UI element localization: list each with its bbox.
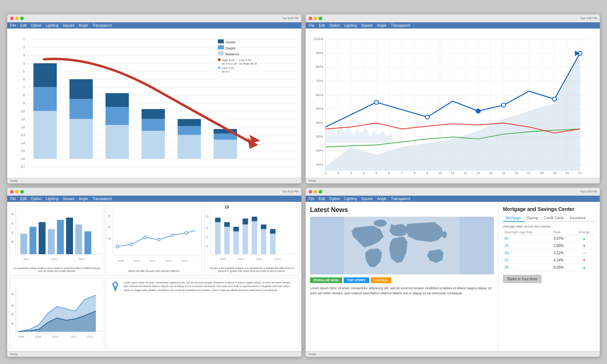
- menu-square-2[interactable]: Square: [361, 23, 373, 27]
- minimize-button-3[interactable]: [15, 190, 19, 194]
- maximize-button-1[interactable]: [20, 17, 24, 20]
- svg-text:Balance: Balance: [225, 52, 239, 56]
- mini-chart-bars-1: 400 300 200 100 2011 2012: [9, 204, 104, 276]
- svg-rect-182: [233, 227, 239, 231]
- svg-rect-50: [214, 134, 237, 140]
- menu-edit-4[interactable]: Edit: [319, 197, 325, 201]
- menu-angle-1[interactable]: Angle: [79, 23, 88, 27]
- menubar-4: File Edit Option Lighting Square Angle T…: [306, 196, 600, 202]
- rates-in-your-area-button[interactable]: Rates in Your Area: [503, 275, 542, 283]
- menubar-2: File Edit Option Lighting Square Angle T…: [306, 22, 600, 29]
- menu-option-3[interactable]: Option: [31, 197, 41, 201]
- svg-text:2011: 2011: [23, 257, 30, 261]
- mini-chart-bars-2: 400 300 200 100: [204, 204, 299, 276]
- maximize-button-3[interactable]: [20, 190, 24, 194]
- svg-text:2010: 2010: [220, 257, 226, 261]
- menu-square-3[interactable]: Square: [63, 197, 74, 201]
- menu-file-1[interactable]: File: [10, 23, 16, 27]
- svg-point-163: [158, 238, 160, 241]
- tab-locals[interactable]: LOCALS: [371, 277, 391, 283]
- svg-rect-47: [178, 126, 201, 135]
- menu-edit-2[interactable]: Edit: [319, 23, 325, 27]
- mortgage-tab-saving[interactable]: Saving: [524, 215, 541, 222]
- svg-text:20: 20: [565, 171, 569, 175]
- menu-option-1[interactable]: Option: [31, 23, 41, 27]
- svg-rect-178: [215, 218, 220, 222]
- mortgage-tab-mortgage[interactable]: Mortgage: [503, 215, 524, 222]
- minimize-button-2[interactable]: [314, 17, 317, 20]
- menu-lighting-4[interactable]: Lighting: [344, 197, 357, 201]
- mortgage-tab-insurance[interactable]: Insurance: [567, 215, 589, 222]
- menu-lighting-1[interactable]: Lighting: [46, 23, 59, 27]
- minimize-button-1[interactable]: [15, 17, 19, 20]
- svg-text:200: 200: [108, 225, 111, 229]
- svg-text:High 8.48: High 8.48: [222, 58, 235, 62]
- svg-text:2008: 2008: [118, 259, 124, 263]
- menu-lighting-3[interactable]: Lighting: [46, 197, 59, 201]
- minimize-button-4[interactable]: [314, 190, 317, 194]
- bar-chart-svg: 1 2 3 4 5 6 7 8 9 10 11 12 13 14 15 16 1…: [10, 31, 298, 175]
- svg-rect-179: [224, 227, 229, 254]
- menu-transparent-1[interactable]: Transparent: [92, 23, 112, 27]
- menu-angle-4[interactable]: Angle: [377, 197, 387, 201]
- rate-value-cell: 4.14%: [552, 257, 573, 264]
- rate-value-cell: 3.07%: [552, 235, 573, 242]
- close-button-3[interactable]: [10, 190, 14, 194]
- rate-change-cell: ▲: [573, 264, 595, 271]
- menu-file-3[interactable]: File: [10, 197, 16, 201]
- titlebar-right-2: Tue 4:52 PM: [580, 17, 597, 20]
- close-button-2[interactable]: [309, 17, 312, 20]
- menu-file-2[interactable]: File: [309, 23, 314, 27]
- svg-text:13: 13: [476, 171, 480, 175]
- svg-rect-146: [39, 222, 46, 254]
- rate-value-cell: 5.05%: [552, 264, 573, 271]
- svg-rect-187: [261, 229, 266, 254]
- maximize-button-4[interactable]: [319, 190, 322, 194]
- svg-text:50%: 50%: [316, 107, 323, 111]
- svg-text:90%: 90%: [316, 51, 323, 55]
- menu-edit-1[interactable]: Edit: [20, 23, 26, 27]
- maximize-button-2[interactable]: [319, 17, 322, 20]
- menu-square-4[interactable]: Square: [361, 197, 373, 201]
- svg-text:100: 100: [108, 237, 111, 240]
- mini-chart-note-1: An experiment usually results in some me…: [11, 266, 103, 274]
- svg-point-112: [476, 109, 481, 113]
- menu-transparent-2[interactable]: Transparent: [391, 23, 410, 27]
- close-button-1[interactable]: [10, 17, 14, 20]
- svg-text:20%: 20%: [316, 148, 323, 152]
- menu-square-1[interactable]: Square: [63, 23, 74, 27]
- svg-text:8: 8: [414, 171, 416, 175]
- menu-transparent-4[interactable]: Transparent: [391, 197, 410, 201]
- rates-table: Overnight Avg Rate Rate Change 403.07%▲1…: [503, 230, 595, 271]
- col-header-change: Change: [573, 230, 595, 235]
- svg-text:on Oct 2.20: on Oct 2.20: [222, 62, 237, 65]
- menu-lighting-2[interactable]: Lighting: [344, 23, 357, 27]
- tab-top-story[interactable]: TOP STORY: [344, 277, 369, 283]
- rate-name-cell: 10: [503, 257, 552, 264]
- menu-transparent-3[interactable]: Transparent: [92, 197, 112, 201]
- mortgage-tab-credit-cards[interactable]: Credit Cards: [541, 215, 567, 222]
- svg-text:70%: 70%: [316, 79, 323, 83]
- svg-rect-34: [34, 63, 57, 87]
- menu-file-4[interactable]: File: [309, 197, 314, 201]
- titlebar-1: Tue 4:52 PM: [7, 14, 301, 22]
- svg-rect-150: [75, 225, 82, 254]
- svg-text:2013: 2013: [275, 257, 281, 261]
- rates-table-row: 152.00%▼: [503, 242, 595, 250]
- menu-angle-2[interactable]: Angle: [377, 23, 387, 27]
- menu-option-4[interactable]: Option: [329, 197, 340, 201]
- svg-rect-42: [106, 125, 129, 159]
- svg-text:11: 11: [451, 171, 455, 175]
- close-button-4[interactable]: [309, 190, 312, 194]
- menu-angle-3[interactable]: Angle: [79, 197, 88, 201]
- svg-rect-53: [218, 39, 224, 43]
- menu-edit-3[interactable]: Edit: [20, 197, 26, 201]
- svg-text:12: 12: [21, 125, 25, 129]
- menu-option-2[interactable]: Option: [329, 23, 340, 27]
- svg-point-160: [116, 245, 119, 248]
- svg-text:1: 1: [324, 171, 326, 175]
- mini-chart-line-1: 300 200 100 2008 2010 2011 2012: [107, 204, 202, 276]
- status-bar-1: Ready: [7, 178, 301, 183]
- svg-text:2008: 2008: [35, 335, 41, 338]
- tab-popular-now[interactable]: POPULAR NOW: [310, 277, 342, 283]
